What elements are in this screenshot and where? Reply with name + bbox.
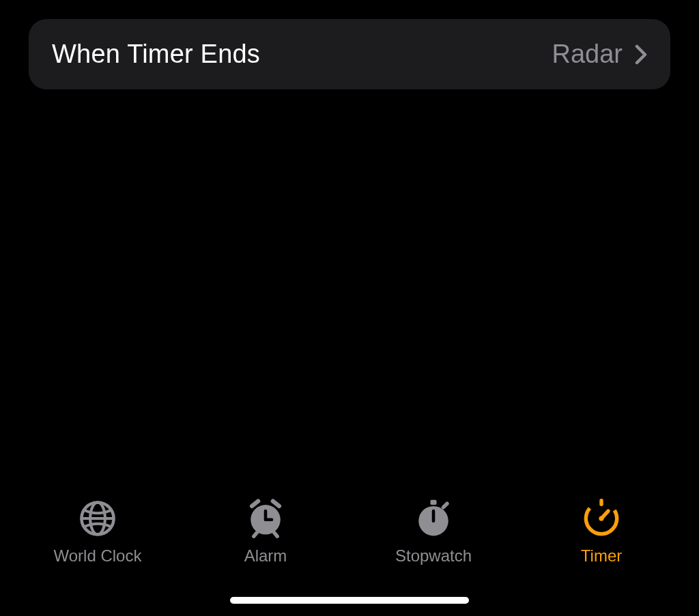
svg-point-15 (599, 516, 603, 520)
tab-world-clock-label: World Clock (54, 546, 142, 566)
svg-line-6 (254, 533, 257, 536)
svg-line-7 (274, 533, 278, 536)
tab-alarm-label: Alarm (244, 546, 287, 566)
tab-stopwatch-label: Stopwatch (395, 546, 472, 566)
home-indicator[interactable] (230, 597, 469, 604)
tab-stopwatch[interactable]: Stopwatch (365, 499, 502, 566)
tab-timer-label: Timer (581, 546, 622, 566)
when-timer-ends-row[interactable]: When Timer Ends Radar (29, 19, 670, 89)
globe-icon (78, 499, 117, 538)
timer-icon (582, 499, 621, 538)
alarm-clock-icon (246, 499, 285, 538)
when-timer-ends-label: When Timer Ends (52, 40, 260, 69)
svg-line-11 (444, 503, 447, 507)
when-timer-ends-value: Radar (552, 40, 623, 69)
chevron-right-icon (635, 44, 647, 65)
stopwatch-icon (414, 499, 453, 538)
svg-rect-10 (430, 500, 436, 505)
when-timer-ends-value-wrap: Radar (552, 40, 648, 69)
tab-world-clock[interactable]: World Clock (29, 499, 166, 566)
tab-timer[interactable]: Timer (533, 499, 670, 566)
tab-alarm[interactable]: Alarm (197, 499, 334, 566)
